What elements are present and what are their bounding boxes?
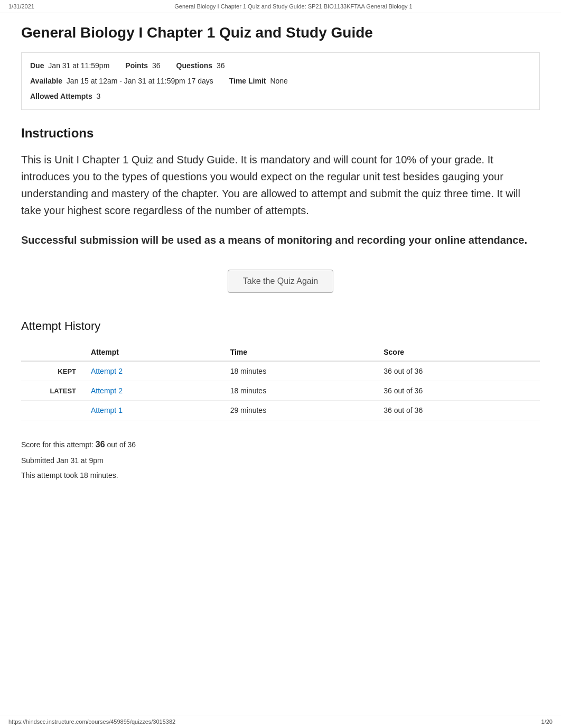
meta-points: Points 36 <box>125 59 160 72</box>
time-limit-label: Time Limit <box>229 77 266 85</box>
score-rest: out of 36 <box>107 440 136 449</box>
attempt-time-1: 18 minutes <box>224 361 378 381</box>
instructions-body: This is Unit I Chapter 1 Quiz and Study … <box>21 151 540 219</box>
attempt-history-heading: Attempt History <box>21 319 540 333</box>
row-label-kept: KEPT <box>21 361 85 381</box>
meta-row-3: Allowed Attempts 3 <box>30 90 531 103</box>
attempt-table: Attempt Time Score KEPT Attempt 2 18 min… <box>21 344 540 420</box>
col-header-time: Time <box>224 344 378 361</box>
attempt-time-2: 18 minutes <box>224 381 378 401</box>
row-label-latest: LATEST <box>21 381 85 401</box>
due-value: Jan 31 at 11:59pm <box>48 61 109 70</box>
attempt-time-3: 29 minutes <box>224 401 378 420</box>
content-area: General Biology I Chapter 1 Quiz and Stu… <box>0 13 561 504</box>
meta-box: Due Jan 31 at 11:59pm Points 36 Question… <box>21 52 540 110</box>
meta-allowed: Allowed Attempts 3 <box>30 90 100 103</box>
attempt-link-3[interactable]: Attempt 1 <box>91 406 123 414</box>
meta-row-1: Due Jan 31 at 11:59pm Points 36 Question… <box>30 59 531 72</box>
allowed-value: 3 <box>97 92 101 100</box>
attempt-link-cell-1: Attempt 2 <box>85 361 224 381</box>
col-header-score: Score <box>377 344 540 361</box>
attempt-score-2: 36 out of 36 <box>377 381 540 401</box>
score-line: Score for this attempt: 36 out of 36 <box>21 436 540 453</box>
submitted-line: Submitted Jan 31 at 9pm <box>21 453 540 468</box>
available-label: Available <box>30 77 62 85</box>
attempt-link-cell-3: Attempt 1 <box>85 401 224 420</box>
questions-value: 36 <box>217 61 225 70</box>
col-header-empty <box>21 344 85 361</box>
meta-questions: Questions 36 <box>176 59 225 72</box>
browser-date: 1/31/2021 <box>8 3 34 10</box>
table-header-row: Attempt Time Score <box>21 344 540 361</box>
page-title: General Biology I Chapter 1 Quiz and Stu… <box>21 24 540 42</box>
attempt-score-3: 36 out of 36 <box>377 401 540 420</box>
score-bold: 36 <box>96 440 105 449</box>
score-label: Score for this attempt: <box>21 440 94 449</box>
row-label-empty <box>21 401 85 420</box>
attempt-link-2[interactable]: Attempt 2 <box>91 386 123 395</box>
meta-row-2: Available Jan 15 at 12am - Jan 31 at 11:… <box>30 75 531 88</box>
meta-due: Due Jan 31 at 11:59pm <box>30 59 109 72</box>
score-summary: Score for this attempt: 36 out of 36 Sub… <box>21 436 540 483</box>
browser-page-title: General Biology I Chapter 1 Quiz and Stu… <box>34 3 553 10</box>
footer-url: https://hindscc.instructure.com/courses/… <box>8 718 175 725</box>
instructions-heading: Instructions <box>21 126 540 141</box>
browser-bar: 1/31/2021 General Biology I Chapter 1 Qu… <box>0 0 561 13</box>
attempt-score-1: 36 out of 36 <box>377 361 540 381</box>
meta-time-limit: Time Limit None <box>229 75 288 88</box>
footer-bar: https://hindscc.instructure.com/courses/… <box>0 715 561 728</box>
quiz-button-area: Take the Quiz Again <box>21 270 540 293</box>
meta-available: Available Jan 15 at 12am - Jan 31 at 11:… <box>30 75 213 88</box>
points-value: 36 <box>152 61 161 70</box>
questions-label: Questions <box>176 61 212 70</box>
points-label: Points <box>125 61 148 70</box>
col-header-attempt: Attempt <box>85 344 224 361</box>
instructions-bold-note: Successful submission will be used as a … <box>21 232 540 248</box>
allowed-label: Allowed Attempts <box>30 92 92 100</box>
table-row: Attempt 1 29 minutes 36 out of 36 <box>21 401 540 420</box>
time-limit-value: None <box>270 77 287 85</box>
duration-line: This attempt took 18 minutes. <box>21 468 540 483</box>
table-row: KEPT Attempt 2 18 minutes 36 out of 36 <box>21 361 540 381</box>
table-row: LATEST Attempt 2 18 minutes 36 out of 36 <box>21 381 540 401</box>
footer-page-count: 1/20 <box>541 718 553 725</box>
take-quiz-button[interactable]: Take the Quiz Again <box>228 270 333 293</box>
attempt-link-1[interactable]: Attempt 2 <box>91 367 123 375</box>
due-label: Due <box>30 61 44 70</box>
available-value: Jan 15 at 12am - Jan 31 at 11:59pm 17 da… <box>67 77 213 85</box>
attempt-link-cell-2: Attempt 2 <box>85 381 224 401</box>
